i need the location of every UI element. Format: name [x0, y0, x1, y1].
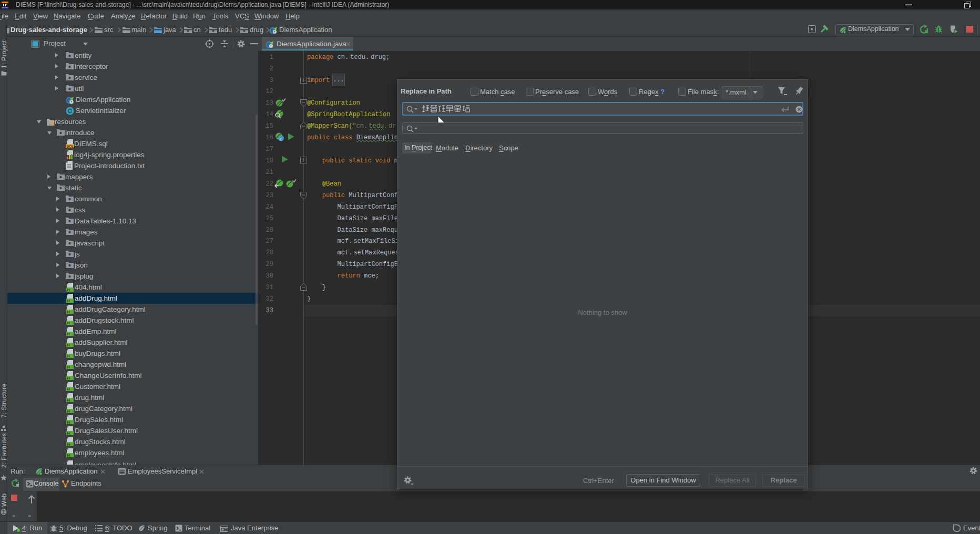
svg-text:H: H — [67, 332, 70, 336]
svg-text:H: H — [67, 387, 70, 392]
svg-text:H: H — [67, 431, 70, 436]
svg-text:H: H — [67, 409, 70, 414]
svg-text:H: H — [67, 398, 70, 403]
svg-text:H: H — [67, 420, 70, 425]
svg-text:e: e — [280, 136, 282, 141]
svg-text:SQL: SQL — [67, 145, 75, 149]
svg-text:H: H — [67, 365, 70, 369]
svg-text:H: H — [67, 343, 70, 347]
svg-text:H: H — [67, 321, 70, 325]
svg-text:H: H — [67, 376, 70, 381]
svg-text:H: H — [67, 442, 70, 447]
svg-text:H: H — [67, 310, 70, 314]
svg-text:H: H — [67, 453, 70, 458]
svg-text:H: H — [67, 287, 70, 292]
svg-text:H: H — [67, 299, 70, 303]
svg-text:H: H — [67, 354, 70, 358]
